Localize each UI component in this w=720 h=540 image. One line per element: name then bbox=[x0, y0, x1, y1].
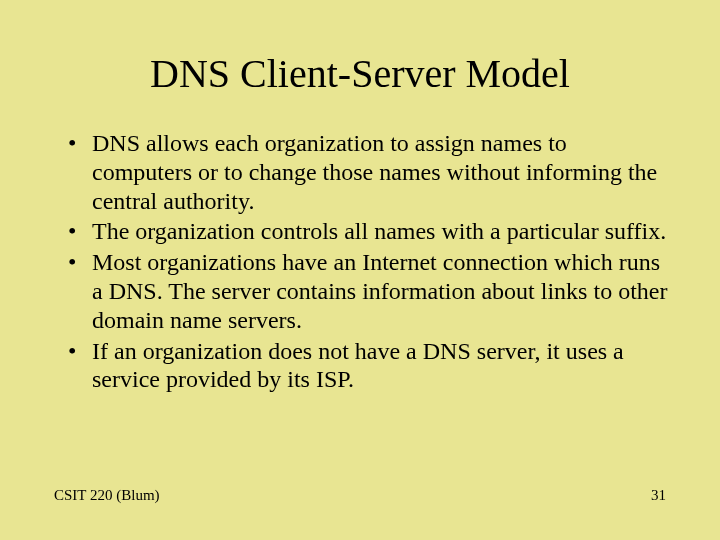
slide-title: DNS Client-Server Model bbox=[50, 50, 670, 97]
bullet-item: The organization controls all names with… bbox=[68, 217, 670, 246]
slide: DNS Client-Server Model DNS allows each … bbox=[0, 0, 720, 540]
bullet-list: DNS allows each organization to assign n… bbox=[50, 129, 670, 394]
footer-page-number: 31 bbox=[651, 487, 666, 504]
footer-left: CSIT 220 (Blum) bbox=[54, 487, 160, 504]
slide-content: DNS allows each organization to assign n… bbox=[50, 129, 670, 487]
bullet-item: Most organizations have an Internet conn… bbox=[68, 248, 670, 334]
bullet-item: If an organization does not have a DNS s… bbox=[68, 337, 670, 395]
bullet-item: DNS allows each organization to assign n… bbox=[68, 129, 670, 215]
slide-footer: CSIT 220 (Blum) 31 bbox=[50, 487, 670, 510]
